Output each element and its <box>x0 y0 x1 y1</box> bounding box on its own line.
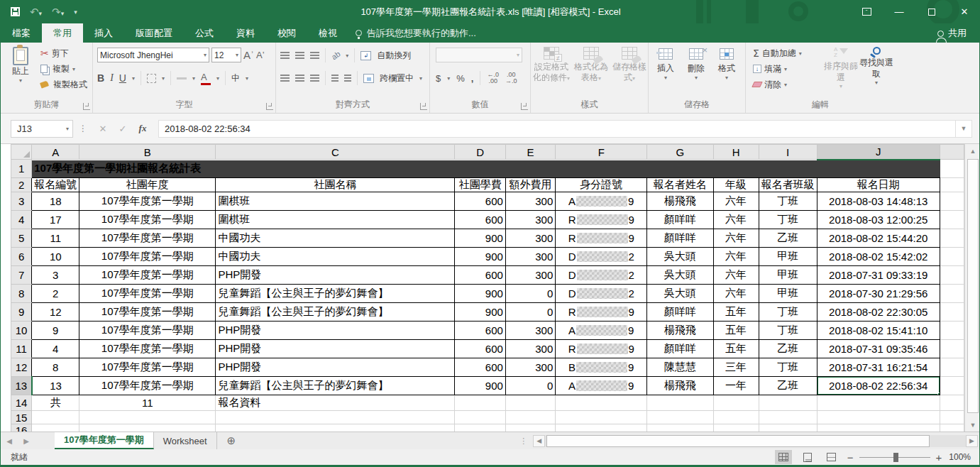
insert-function-icon[interactable]: fx <box>133 123 153 134</box>
borders-icon[interactable] <box>147 74 156 83</box>
insert-button[interactable]: 插入 ▾ <box>651 48 680 81</box>
cell-G6[interactable]: 吳大頭 <box>647 248 713 266</box>
middle-align-icon[interactable] <box>295 52 304 60</box>
cell-J6[interactable]: 2018-08-02 15:42:02 <box>817 248 940 266</box>
merge-center-button[interactable]: 跨欄置中 <box>380 72 414 84</box>
cell-F13[interactable]: A9 <box>556 377 647 395</box>
currency-button[interactable]: $ <box>436 73 441 84</box>
cell-F6[interactable]: D2 <box>556 248 647 266</box>
font-color-button[interactable]: A <box>201 71 211 85</box>
row-header-1[interactable]: 1 <box>11 160 32 178</box>
row-header-7[interactable]: 7 <box>11 266 32 285</box>
cell-A16[interactable] <box>32 424 79 432</box>
cell-J14[interactable] <box>817 395 940 411</box>
cell-J13[interactable]: 2018-08-02 22:56:34 <box>817 377 940 395</box>
underline-dropdown-icon[interactable]: ▾ <box>132 75 135 82</box>
format-button[interactable]: 格式 ▾ <box>712 48 741 81</box>
comma-button[interactable]: , <box>471 73 474 84</box>
cell-F5[interactable]: R9 <box>556 229 647 248</box>
cell-B7[interactable]: 107學年度第一學期 <box>79 266 216 285</box>
column-header-C[interactable]: C <box>216 145 455 160</box>
cell-F4[interactable]: R9 <box>556 211 647 229</box>
cell-H6[interactable]: 六年 <box>713 248 759 266</box>
cell-D13[interactable]: 900 <box>455 377 505 395</box>
cell-C7[interactable]: PHP開發 <box>216 266 455 285</box>
ribbon-tab-home[interactable]: 常用 <box>42 23 83 43</box>
cancel-icon[interactable]: ✕ <box>93 123 113 134</box>
paste-button[interactable]: 貼上 ▾ <box>6 47 35 101</box>
cell-I16[interactable] <box>759 424 817 432</box>
increase-indent-icon[interactable] <box>344 75 351 82</box>
cell-I8[interactable]: 甲班 <box>759 285 817 303</box>
font-name-combo[interactable]: Microsoft JhengHei▾ <box>97 48 209 62</box>
cell-C3[interactable]: 圍棋班 <box>216 192 455 211</box>
cell-D11[interactable]: 600 <box>455 340 505 358</box>
cell-I7[interactable]: 甲班 <box>759 266 817 285</box>
cell-A8[interactable]: 2 <box>32 285 79 303</box>
header-cell-G2[interactable]: 報名者姓名 <box>647 178 713 192</box>
cell-J7[interactable]: 2018-07-31 09:33:19 <box>817 266 940 285</box>
top-align-icon[interactable] <box>280 52 290 60</box>
column-header-E[interactable]: E <box>505 145 555 160</box>
ribbon-tab-file[interactable]: 檔案 <box>1 23 42 43</box>
ribbon-tab-insert[interactable]: 插入 <box>83 23 124 43</box>
format-as-table-button[interactable]: 格式化為表格▾ <box>572 47 610 83</box>
row-header-15[interactable]: 15 <box>11 411 32 424</box>
cell-H8[interactable]: 六年 <box>713 285 759 303</box>
cell-D15[interactable] <box>455 411 505 424</box>
cell-D7[interactable]: 600 <box>455 266 505 285</box>
cell-B14[interactable]: 11 <box>79 395 216 411</box>
find-select-button[interactable]: 尋找與選取 ▾ <box>859 47 893 87</box>
row-header-3[interactable]: 3 <box>11 192 32 211</box>
formula-bar-expand-icon[interactable]: ▼ <box>955 120 972 138</box>
dialog-launcher-icon[interactable] <box>521 103 528 110</box>
cell-E15[interactable] <box>505 411 555 424</box>
cell-A5[interactable]: 11 <box>32 229 79 248</box>
dialog-launcher-icon[interactable] <box>83 103 90 110</box>
cell-G7[interactable]: 吳大頭 <box>647 266 713 285</box>
vertical-scroll-thumb[interactable] <box>967 159 979 413</box>
cell-A3[interactable]: 18 <box>32 192 79 211</box>
cell-B10[interactable]: 107學年度第一學期 <box>79 322 216 340</box>
cell-H3[interactable]: 六年 <box>713 192 759 211</box>
format-painter-button[interactable]: 複製格式 <box>38 77 90 92</box>
cell-C14[interactable]: 報名資料 <box>216 395 455 411</box>
cell-B5[interactable]: 107學年度第一學期 <box>79 229 216 248</box>
dialog-launcher-icon[interactable] <box>266 103 273 110</box>
cell-D4[interactable]: 600 <box>455 211 505 229</box>
cell-G5[interactable]: 顏咩咩 <box>647 229 713 248</box>
cell-I4[interactable]: 丁班 <box>759 211 817 229</box>
cell-J15[interactable] <box>817 411 940 424</box>
column-header-A[interactable]: A <box>32 145 79 160</box>
cell-H16[interactable] <box>713 424 759 432</box>
sheet-nav-right-icon[interactable]: ▶ <box>18 432 35 449</box>
italic-button[interactable]: I <box>110 72 114 84</box>
fill-button[interactable]: ↓填滿▾ <box>750 61 805 77</box>
cell-C4[interactable]: 圍棋班 <box>216 211 455 229</box>
page-layout-view-icon[interactable] <box>799 450 816 464</box>
cell-A6[interactable]: 10 <box>32 248 79 266</box>
header-cell-C2[interactable]: 社團名稱 <box>216 178 455 192</box>
vertical-scrollbar[interactable]: ▲ ▼ <box>964 144 980 432</box>
cell-H10[interactable]: 五年 <box>713 322 759 340</box>
cell-F8[interactable]: D2 <box>556 285 647 303</box>
cell-A13[interactable]: 13 <box>32 377 79 395</box>
cell-J10[interactable]: 2018-08-02 15:41:10 <box>817 322 940 340</box>
zoom-out-icon[interactable]: − <box>847 451 854 463</box>
maximize-button[interactable] <box>915 0 948 23</box>
cell-E11[interactable]: 300 <box>505 340 555 358</box>
cell-I14[interactable] <box>759 395 817 411</box>
cell-E8[interactable]: 0 <box>505 285 555 303</box>
cell-I5[interactable]: 乙班 <box>759 229 817 248</box>
copy-button[interactable]: 複製 ▾ <box>38 61 90 77</box>
page-break-view-icon[interactable] <box>823 450 840 464</box>
cell-F3[interactable]: A9 <box>556 192 647 211</box>
sheet-nav-left-icon[interactable]: ◀ <box>1 432 18 449</box>
ribbon-tab-review[interactable]: 校閱 <box>266 23 307 43</box>
header-cell-B2[interactable]: 社團年度 <box>79 178 216 192</box>
tabbar-resize-handle[interactable]: ⋮ <box>519 432 527 449</box>
enter-icon[interactable]: ✓ <box>113 123 133 134</box>
cell-I12[interactable]: 丁班 <box>759 358 817 377</box>
decrease-decimal-icon[interactable]: .00→.0 <box>505 72 517 84</box>
header-cell-H2[interactable]: 年級 <box>713 178 759 192</box>
